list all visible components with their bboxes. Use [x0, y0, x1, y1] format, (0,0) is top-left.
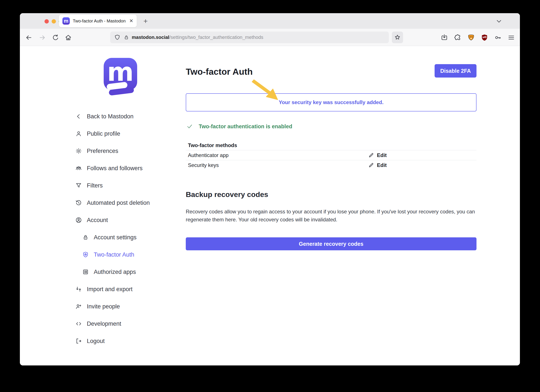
- sidebar-item-invite-people[interactable]: Invite people: [75, 298, 177, 315]
- tab-title: Two-factor Auth - Mastodon: [73, 19, 127, 24]
- success-notice: Your security key was successfully added…: [186, 93, 476, 111]
- sidebar-item-automated-post-deletion[interactable]: Automated post deletion: [75, 194, 177, 211]
- sidebar-item-label: Account: [87, 217, 108, 223]
- sidebar-item-import-and-export[interactable]: Import and export: [75, 281, 177, 298]
- person-circle-icon: [75, 217, 82, 223]
- sidebar-item-label: Import and export: [87, 286, 133, 293]
- lock-icon: [82, 234, 89, 241]
- shield-icon: [82, 251, 89, 258]
- toolbar-right-icons: uO: [440, 34, 515, 41]
- edit-link-label: Edit: [377, 162, 387, 168]
- edit-authenticator-app-link[interactable]: Edit: [368, 152, 387, 158]
- tab-strip: m Two-factor Auth - Mastodon ✕ +: [20, 13, 520, 29]
- new-tab-button[interactable]: +: [141, 16, 150, 26]
- sidebar-item-label: Invite people: [87, 303, 120, 310]
- table-row: Authenticator app Edit: [186, 150, 476, 160]
- sidebar-item-label: Development: [87, 321, 121, 327]
- logout-icon: [75, 337, 82, 344]
- sidebar-item-label: Authorized apps: [94, 269, 136, 275]
- window-close-button[interactable]: [45, 19, 49, 24]
- sidebar-item-label: Preferences: [87, 148, 118, 154]
- sidebar-item-back-to-mastodon[interactable]: Back to Mastodon: [75, 108, 177, 125]
- method-name: Authenticator app: [188, 152, 368, 158]
- screenshot-stage: m Two-factor Auth - Mastodon ✕ +: [0, 0, 540, 392]
- bookmark-star-button[interactable]: [392, 31, 403, 43]
- sidebar-item-label: Back to Mastodon: [87, 113, 134, 120]
- people-icon: [75, 165, 82, 172]
- star-icon: [394, 34, 401, 41]
- page-title: Two-factor Auth: [186, 67, 253, 77]
- history-icon: [75, 199, 82, 206]
- import-export-icon: [75, 286, 82, 293]
- table-row: Security keys Edit: [186, 160, 476, 170]
- two-factor-status-text: Two-factor authentication is enabled: [199, 123, 292, 129]
- chevron-left-icon: [75, 113, 82, 120]
- code-icon: [75, 320, 82, 327]
- sidebar-item-label: Follows and followers: [87, 165, 143, 172]
- disable-2fa-button[interactable]: Disable 2FA: [435, 64, 476, 78]
- import-page-icon[interactable]: [440, 34, 448, 41]
- edit-security-keys-link[interactable]: Edit: [368, 162, 387, 168]
- sidebar-item-label: Account settings: [94, 234, 136, 241]
- check-icon: [186, 123, 193, 130]
- mastodon-logo[interactable]: m: [104, 58, 137, 94]
- tab-list-chevron-down-icon[interactable]: [495, 18, 503, 26]
- window-minimize-button[interactable]: [52, 19, 56, 24]
- sidebar-item-label: Logout: [87, 338, 105, 344]
- reload-button[interactable]: [52, 34, 59, 41]
- password-key-icon[interactable]: [494, 34, 502, 41]
- backup-recovery-codes-heading: Backup recovery codes: [186, 190, 268, 199]
- sidebar-item-label: Automated post deletion: [87, 199, 150, 206]
- svg-text:uO: uO: [483, 36, 487, 39]
- sidebar-item-authorized-apps[interactable]: Authorized apps: [75, 263, 177, 281]
- sidebar-item-filters[interactable]: Filters: [75, 177, 177, 194]
- sidebar-item-label: Two-factor Auth: [94, 251, 134, 258]
- browser-tab[interactable]: m Two-factor Auth - Mastodon ✕: [59, 15, 137, 27]
- tab-close-icon[interactable]: ✕: [129, 18, 133, 24]
- methods-table-header: Two-factor methods: [186, 141, 476, 150]
- generate-recovery-codes-button[interactable]: Generate recovery codes: [186, 237, 476, 250]
- two-factor-methods-table: Two-factor methods Authenticator app Edi…: [186, 141, 476, 170]
- https-lock-icon[interactable]: [124, 35, 129, 40]
- pencil-icon: [368, 162, 374, 168]
- edit-link-label: Edit: [377, 152, 387, 158]
- back-button[interactable]: [25, 34, 33, 41]
- sidebar-item-label: Public profile: [87, 130, 120, 137]
- page-content: m Back to Mastodon Public profile: [20, 46, 520, 365]
- sidebar-item-preferences[interactable]: Preferences: [75, 142, 177, 160]
- sidebar-item-development[interactable]: Development: [75, 315, 177, 332]
- success-notice-text: Your security key was successfully added…: [279, 99, 383, 105]
- privacy-badger-icon[interactable]: [467, 34, 475, 41]
- sidebar-item-label: Filters: [87, 182, 103, 189]
- sidebar-item-follows-and-followers[interactable]: Follows and followers: [75, 160, 177, 177]
- address-bar[interactable]: mastodon.social/settings/two_factor_auth…: [110, 31, 389, 43]
- funnel-icon: [75, 182, 82, 189]
- sidebar-item-account[interactable]: Account: [75, 211, 177, 229]
- tracking-shield-icon[interactable]: [114, 34, 120, 41]
- sidebar-item-public-profile[interactable]: Public profile: [75, 125, 177, 142]
- two-factor-status: Two-factor authentication is enabled: [186, 123, 292, 130]
- list-icon: [82, 268, 89, 275]
- gear-icon: [75, 148, 82, 154]
- mastodon-favicon-icon: m: [62, 17, 70, 25]
- url-host: mastodon.social: [132, 35, 169, 40]
- browser-toolbar: mastodon.social/settings/two_factor_auth…: [20, 29, 520, 46]
- method-name: Security keys: [188, 162, 368, 168]
- sidebar-item-account-settings[interactable]: Account settings: [75, 229, 177, 246]
- url-text[interactable]: mastodon.social/settings/two_factor_auth…: [132, 35, 263, 40]
- forward-button[interactable]: [38, 34, 46, 41]
- person-icon: [75, 130, 82, 137]
- person-plus-icon: [75, 303, 82, 310]
- home-button[interactable]: [64, 34, 72, 41]
- sidebar-item-logout[interactable]: Logout: [75, 332, 177, 350]
- pencil-icon: [368, 153, 374, 158]
- browser-window: m Two-factor Auth - Mastodon ✕ +: [20, 13, 520, 365]
- menu-hamburger-icon[interactable]: [507, 34, 515, 41]
- url-path: /settings/two_factor_authentication_meth…: [169, 35, 263, 40]
- ublock-origin-icon[interactable]: uO: [481, 34, 488, 41]
- sidebar-item-two-factor-auth[interactable]: Two-factor Auth: [75, 246, 177, 263]
- recovery-codes-description: Recovery codes allow you to regain acces…: [186, 208, 476, 223]
- extensions-puzzle-icon[interactable]: [454, 34, 462, 41]
- settings-sidebar: Back to Mastodon Public profile Preferen…: [75, 108, 177, 350]
